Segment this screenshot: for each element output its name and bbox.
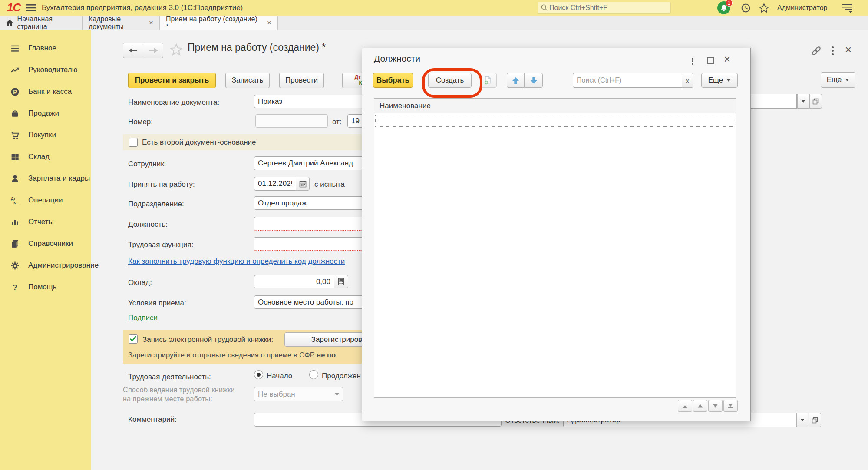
form-title: Прием на работу (создание) * <box>188 42 326 53</box>
forward-arrow-icon <box>149 47 158 54</box>
hire-date-input[interactable] <box>254 177 296 191</box>
tab-priem-na-rabotu[interactable]: Прием на работу (создание) * × <box>160 16 278 30</box>
number-label: Номер: <box>128 118 153 126</box>
second-doc-checkbox[interactable] <box>129 138 138 147</box>
top-bar: 1С Бухгалтерия предприятия, редакция 3.0… <box>0 0 868 16</box>
responsible-dropdown-button[interactable] <box>796 413 808 427</box>
sidebar-item-pomosch[interactable]: ? Помощь <box>0 276 91 298</box>
go-next-button[interactable] <box>708 400 723 412</box>
tab-home[interactable]: Начальная страница <box>0 16 83 30</box>
dialog-search-input[interactable] <box>573 73 682 88</box>
more-button-main[interactable]: Еще <box>821 72 855 88</box>
more-label: Еще <box>708 76 723 85</box>
position-label: Должность: <box>128 220 168 229</box>
calculator-button[interactable] <box>334 275 348 288</box>
current-user[interactable]: Администратор <box>777 4 827 12</box>
dialog-close-icon[interactable]: × <box>724 53 730 66</box>
positions-table[interactable]: Наименование <box>374 98 736 398</box>
table-header-name[interactable]: Наименование <box>374 99 736 113</box>
etk-checkbox[interactable] <box>129 334 138 344</box>
go-first-button[interactable] <box>678 400 692 412</box>
sidebar-item-sklad[interactable]: Склад <box>0 146 91 168</box>
organization-open-button[interactable] <box>809 94 822 109</box>
get-link-icon[interactable] <box>810 45 822 56</box>
tab-close-icon[interactable]: × <box>267 19 271 27</box>
go-prev-button[interactable] <box>693 400 707 412</box>
kebab-icon[interactable] <box>831 46 835 56</box>
save-button[interactable]: Записать <box>225 73 270 88</box>
organization-dropdown-button[interactable] <box>797 94 809 109</box>
chevron-down-icon <box>335 393 339 396</box>
clear-search-icon[interactable]: x <box>682 73 693 88</box>
activity-label: Трудовая деятельность: <box>128 373 211 381</box>
sidebar-item-zarplata-i-kadry[interactable]: Зарплата и кадры <box>0 168 91 189</box>
go-last-button[interactable] <box>723 400 738 412</box>
sidebar-label: Покупки <box>28 131 56 139</box>
calendar-button[interactable] <box>296 177 310 191</box>
favorite-star-icon[interactable] <box>170 43 182 56</box>
sidebar-label: Операции <box>28 196 63 205</box>
sidebar-item-bank-i-kassa[interactable]: P Банк и касса <box>0 81 91 103</box>
help-link[interactable]: Как заполнить трудовую функцию и определ… <box>128 257 345 266</box>
global-search[interactable] <box>538 2 671 14</box>
responsible-open-button[interactable] <box>809 413 821 427</box>
forward-button[interactable] <box>143 43 163 58</box>
etk-note-bold: не по <box>317 351 336 359</box>
more-button-dialog[interactable]: Еще <box>701 73 738 88</box>
back-button[interactable] <box>123 43 143 58</box>
select-button[interactable]: Выбрать <box>373 73 413 88</box>
history-icon[interactable] <box>741 3 751 13</box>
sidebar-item-pokupki[interactable]: Покупки <box>0 124 91 146</box>
main-menu-icon[interactable] <box>26 4 36 12</box>
go-first-icon <box>682 403 688 409</box>
post-button[interactable]: Провести <box>279 73 324 88</box>
sidebar-item-administrirovanie[interactable]: Администрирование <box>0 255 91 276</box>
create-button[interactable]: Создать <box>428 73 472 88</box>
sidebar: Главное Руководителю P Банк и касса Прод… <box>0 30 91 470</box>
labor-function-label: Трудовая функция: <box>128 241 194 249</box>
activity-radio-start[interactable] <box>254 370 263 379</box>
sidebar-item-glavnoe[interactable]: Главное <box>0 37 91 59</box>
more-label: Еще <box>827 76 842 84</box>
tk-method-select[interactable]: Не выбран <box>254 387 343 401</box>
move-up-button[interactable] <box>507 73 525 88</box>
create-group-button[interactable] <box>479 73 497 88</box>
number-input[interactable] <box>255 114 328 128</box>
etk-label: Запись электронной трудовой книжки: <box>142 335 273 344</box>
close-form-icon[interactable]: × <box>845 43 851 56</box>
signatures-link[interactable]: Подписи <box>128 314 158 322</box>
tab-kadrovye-dokumenty[interactable]: Кадровые документы × <box>83 16 160 30</box>
tab-close-icon[interactable]: × <box>149 19 153 27</box>
back-arrow-icon <box>129 47 138 54</box>
sidebar-label: Руководителю <box>28 66 77 74</box>
chevron-down-icon <box>845 79 849 81</box>
dialog-maximize-icon[interactable] <box>707 57 714 64</box>
tk-method-label-1: Способ ведения трудовой книжки <box>123 386 234 394</box>
radio-dot <box>257 373 261 377</box>
1c-logo: 1С <box>7 1 20 14</box>
sidebar-item-prodazhi[interactable]: Продажи <box>0 103 91 124</box>
sidebar-label: Склад <box>28 152 50 161</box>
salary-input[interactable] <box>254 275 334 288</box>
employee-label: Сотрудник: <box>128 160 166 169</box>
activity-radio-continue[interactable] <box>309 370 318 379</box>
sidebar-label: Зарплата и кадры <box>28 174 90 183</box>
activity-start-label: Начало <box>267 372 292 381</box>
user-menu-icon[interactable] <box>842 3 853 13</box>
sidebar-item-otchety[interactable]: Отчеты <box>0 211 91 233</box>
go-last-icon <box>727 403 734 409</box>
dialog-kebab-icon[interactable] <box>691 57 694 66</box>
date-from-label: от: <box>332 118 342 126</box>
sidebar-item-spravochniki[interactable]: Справочники <box>0 233 91 255</box>
app-window: 1С Бухгалтерия предприятия, редакция 3.0… <box>0 0 868 470</box>
chevron-down-icon <box>800 419 805 421</box>
sidebar-label: Банк и касса <box>28 87 72 96</box>
notification-count-badge: 1 <box>726 0 733 7</box>
sidebar-item-rukovoditelyu[interactable]: Руководителю <box>0 59 91 81</box>
star-icon[interactable] <box>759 3 769 13</box>
sidebar-item-operacii[interactable]: ДтКт Операции <box>0 189 91 211</box>
post-and-close-button[interactable]: Провести и закрыть <box>128 73 216 88</box>
global-search-input[interactable] <box>548 3 668 12</box>
table-cursor-row[interactable] <box>375 115 735 127</box>
move-down-button[interactable] <box>525 73 543 88</box>
